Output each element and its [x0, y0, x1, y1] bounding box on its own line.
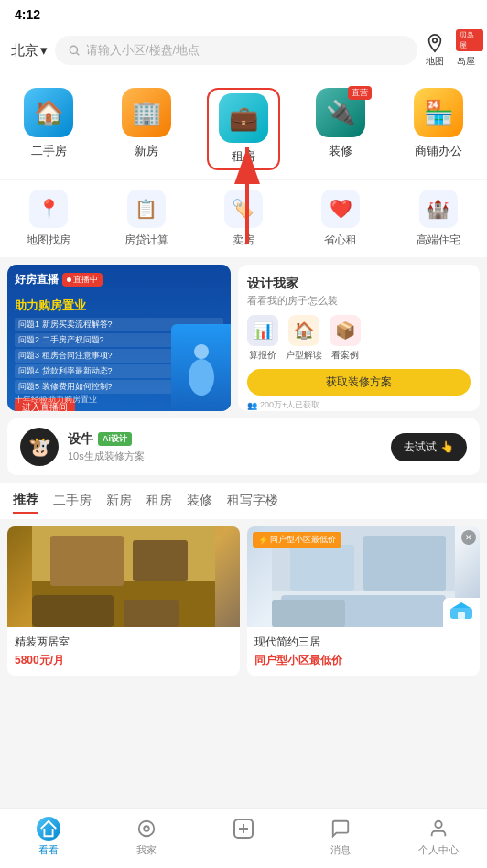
sub-cat-loan-calc[interactable]: 📋 房贷计算 [110, 190, 183, 248]
island-label: 岛屋 [457, 55, 475, 68]
island-icon-btn[interactable]: 贝岛屋 岛屋 [456, 33, 476, 68]
bottom-nav: 看看 我家 消息 [0, 808, 487, 868]
svg-rect-10 [50, 536, 124, 586]
property-card-2[interactable]: ⚡ 同户型小区最低价 ✕ 现代简约三居 同户型小区最低价 [247, 526, 480, 676]
close-btn-card2[interactable]: ✕ [461, 530, 476, 545]
room-bg [7, 526, 240, 627]
design-title: 设计我家 [247, 276, 471, 292]
tabs-section: 推荐 二手房 新房 租房 装修 租写字楼 [0, 483, 487, 519]
search-icon [68, 44, 81, 57]
look-svg [38, 819, 59, 839]
island-badge-card [443, 598, 480, 627]
room-interior [7, 526, 240, 627]
publish-svg [232, 817, 255, 841]
nav-look[interactable]: 看看 [12, 817, 85, 857]
publish-icon [232, 817, 255, 841]
tabs: 推荐 二手房 新房 租房 装修 租写字楼 [13, 492, 474, 514]
svg-rect-13 [124, 600, 179, 627]
save-rent-label: 省心租 [324, 233, 357, 248]
sub-cat-map-search[interactable]: 📍 地图找房 [12, 190, 85, 248]
property-card-1[interactable]: 精装两居室 5800元/月 [7, 526, 240, 676]
design-price-label: 算报价 [249, 349, 276, 362]
design-icons: 📊 算报价 🏠 户型解读 📦 看案例 [247, 315, 471, 362]
nav-look-label: 看看 [38, 843, 59, 857]
property-name-2: 现代简约三居 [254, 635, 472, 650]
property-img-1 [7, 526, 240, 627]
commercial-label: 商铺办公 [415, 143, 462, 159]
property-price-1: 5800元/月 [15, 653, 233, 668]
save-rent-icon: ❤️ [321, 190, 360, 228]
profile-icon [427, 817, 450, 841]
pointing-arrow [224, 134, 270, 253]
sub-cat-save-rent[interactable]: ❤️ 省心租 [304, 190, 377, 248]
tab-decoration[interactable]: 装修 [187, 493, 212, 513]
tab-rent[interactable]: 租房 [146, 493, 172, 513]
ai-desc: 10s生成装修方案 [68, 450, 145, 463]
person-silhouette [183, 341, 220, 396]
ai-avatar: 🐮 [20, 428, 59, 466]
nav-publish[interactable] [207, 817, 280, 857]
content-section: 好房直播 直播中 助力购房置业 问题1 新房买卖流程解答? 问题2 二手房产权问… [0, 265, 487, 411]
live-footer: 十年经验助力购房置业 [15, 394, 97, 406]
design-floor-item[interactable]: 🏠 户型解读 [286, 315, 322, 362]
svg-point-7 [189, 359, 214, 396]
design-price-icon: 📊 [247, 315, 278, 346]
ai-name: 设牛 Ai设计 [68, 431, 145, 448]
svg-rect-22 [458, 612, 465, 619]
sub-cat-luxury[interactable]: 🏰 高端住宅 [402, 190, 475, 248]
tab-office[interactable]: 租写字楼 [227, 493, 278, 513]
search-bar[interactable]: 请输入小区/楼盘/地点 [55, 36, 417, 65]
header: 北京 ▾ 请输入小区/楼盘/地点 地图 贝岛屋 [0, 26, 487, 75]
location-text: 北京 [11, 42, 38, 60]
ai-try-btn[interactable]: 去试试 👆 [391, 433, 467, 461]
map-icon-btn[interactable]: 地图 [425, 33, 445, 68]
ai-badge: Ai设计 [98, 432, 132, 446]
luxury-label: 高端住宅 [417, 233, 460, 248]
tab-recommend[interactable]: 推荐 [13, 492, 38, 514]
svg-rect-17 [290, 545, 354, 591]
design-price-item[interactable]: 📊 算报价 [247, 315, 278, 362]
tab-second-hand[interactable]: 二手房 [53, 493, 92, 513]
category-decoration[interactable]: 直营 🔌 装修 [304, 88, 377, 170]
look-icon [37, 817, 60, 841]
new-house-label: 新房 [135, 143, 158, 159]
nav-message-label: 消息 [330, 843, 351, 857]
live-status-badge: 直播中 [62, 273, 103, 287]
nav-my-home[interactable]: 我家 [110, 817, 183, 857]
svg-point-24 [144, 826, 149, 831]
nav-profile[interactable]: 个人中心 [402, 817, 475, 857]
nav-my-home-label: 我家 [136, 843, 157, 857]
time: 4:12 [15, 7, 40, 22]
live-card[interactable]: 好房直播 直播中 助力购房置业 问题1 新房买卖流程解答? 问题2 二手房产权问… [7, 265, 231, 411]
tab-new-house[interactable]: 新房 [106, 493, 132, 513]
property-price-2: 同户型小区最低价 [254, 653, 472, 668]
luxury-icon: 🏰 [419, 190, 458, 228]
category-commercial[interactable]: 🏪 商铺办公 [402, 88, 475, 170]
island-house-icon [449, 601, 474, 621]
map-label: 地图 [426, 55, 444, 68]
profile-svg [428, 819, 449, 839]
design-floor-icon: 🏠 [288, 315, 319, 346]
svg-marker-21 [452, 602, 471, 608]
price-badge: ⚡ 同户型小区最低价 [253, 532, 341, 548]
design-card: 设计我家 看看我的房子怎么装 📊 算报价 🏠 户型解读 📦 看案例 获取装修方案… [238, 265, 480, 411]
header-icons: 地图 贝岛屋 岛屋 [425, 33, 476, 68]
svg-rect-19 [272, 600, 345, 627]
ai-left: 🐮 设牛 Ai设计 10s生成装修方案 [20, 428, 145, 466]
live-badge: 好房直播 直播中 [15, 272, 103, 288]
design-case-item[interactable]: 📦 看案例 [330, 315, 361, 362]
category-second-hand[interactable]: 🏠 二手房 [12, 88, 85, 170]
svg-line-1 [77, 53, 80, 56]
ai-card: 🐮 设牛 Ai设计 10s生成装修方案 去试试 👆 [7, 418, 480, 475]
svg-rect-12 [32, 595, 114, 627]
new-house-icon: 🏢 [122, 88, 171, 137]
nav-message[interactable]: 消息 [304, 817, 377, 857]
category-new-house[interactable]: 🏢 新房 [110, 88, 183, 170]
design-btn[interactable]: 获取装修方案 [247, 369, 471, 396]
loan-calc-icon: 📋 [127, 190, 166, 228]
location-button[interactable]: 北京 ▾ [11, 42, 48, 60]
my-home-svg [136, 819, 157, 839]
design-users: 👥 200万+人已获取 [247, 399, 471, 411]
design-subtitle: 看看我的房子怎么装 [247, 294, 471, 308]
loan-calc-label: 房贷计算 [124, 233, 168, 248]
